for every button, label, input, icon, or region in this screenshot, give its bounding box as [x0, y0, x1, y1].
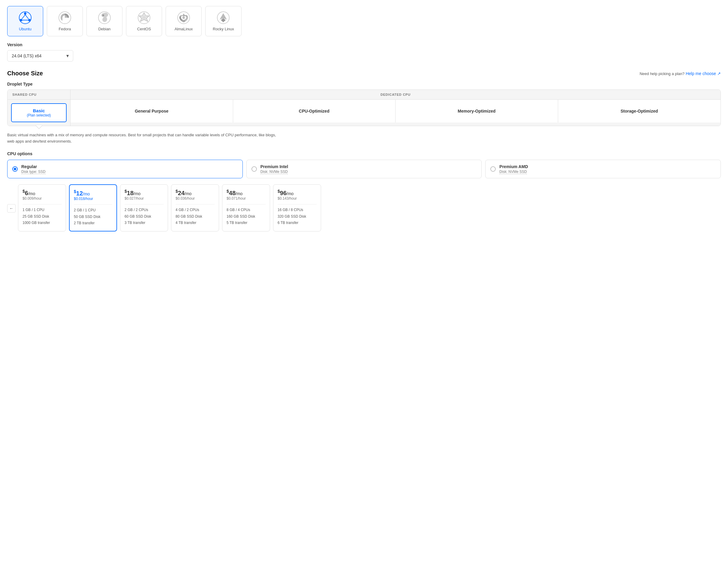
svg-point-1	[24, 12, 27, 15]
plan-description: Basic virtual machines with a mix of mem…	[7, 132, 277, 145]
cpu-options-grid: Regular Disk type: SSD Premium Intel Dis…	[7, 160, 721, 178]
price-24-main: $24/mo	[176, 189, 215, 197]
price-6-hour: $0.009/hour	[23, 196, 61, 201]
price-96-main: $96/mo	[277, 189, 316, 197]
os-fedora[interactable]: Fedora	[47, 6, 83, 36]
price-6-main: $6/mo	[23, 189, 61, 197]
dedicated-cpu-header: DEDICATED CPU	[71, 90, 721, 100]
price-48-hour: $0.071/hour	[226, 196, 266, 201]
pricing-card-24[interactable]: $24/mo $0.036/hour 4 GB / 2 CPUs 80 GB S…	[171, 184, 219, 232]
price-24-ram: 4 GB / 2 CPUs	[176, 207, 215, 213]
help-section: Need help picking a plan? Help me choose…	[639, 71, 721, 76]
svg-point-14	[182, 16, 185, 19]
plan-arrow-triangle	[35, 125, 43, 129]
help-me-choose-link[interactable]: Help me choose ↗	[686, 71, 721, 76]
choose-size-header: Choose Size Need help picking a plan? He…	[7, 70, 721, 77]
centos-label: CentOS	[137, 27, 151, 31]
cpu-regular-name: Regular	[21, 164, 46, 169]
price-48-ram: 8 GB / 4 CPUs	[226, 207, 266, 213]
price-12-main: $12/mo	[74, 189, 112, 197]
cpu-option-regular[interactable]: Regular Disk type: SSD	[7, 160, 243, 178]
price-24-hour: $0.036/hour	[176, 196, 215, 201]
price-96-transfer: 6 TB transfer	[277, 220, 316, 227]
svg-line-5	[25, 15, 29, 19]
svg-point-2	[20, 19, 22, 21]
cpu-option-premium-intel[interactable]: Premium Intel Disk: NVMe SSD	[246, 160, 482, 178]
cpu-optimized-button[interactable]: CPU-Optimized	[233, 100, 396, 122]
fedora-label: Fedora	[58, 27, 71, 31]
debian-icon	[98, 11, 111, 24]
centos-icon	[137, 11, 151, 24]
cpu-option-premium-intel-info: Premium Intel Disk: NVMe SSD	[260, 164, 288, 174]
price-48-transfer: 5 TB transfer	[226, 220, 266, 227]
shared-cpu-section: SHARED CPU Basic (Plan selected)	[7, 90, 71, 126]
os-ubuntu[interactable]: Ubuntu	[7, 6, 43, 36]
memory-optimized-button[interactable]: Memory-Optimized	[395, 100, 558, 122]
price-6-transfer: 1000 GB transfer	[23, 220, 61, 227]
radio-premium-intel	[252, 166, 257, 172]
os-selection: Ubuntu Fedora Debian	[7, 6, 721, 36]
os-centos[interactable]: CentOS	[126, 6, 162, 36]
price-6-disk: 25 GB SSD Disk	[23, 213, 61, 220]
dedicated-cpu-section: DEDICATED CPU General Purpose CPU-Optimi…	[71, 90, 721, 126]
almalinux-label: AlmaLinux	[175, 27, 193, 31]
price-24-transfer: 4 TB transfer	[176, 220, 215, 227]
price-6-ram: 1 GB / 1 CPU	[23, 207, 61, 213]
ubuntu-label: Ubuntu	[19, 27, 32, 31]
rockylinux-icon	[217, 11, 230, 24]
general-purpose-button[interactable]: General Purpose	[71, 100, 233, 122]
os-almalinux[interactable]: AlmaLinux	[166, 6, 202, 36]
cpu-option-regular-info: Regular Disk type: SSD	[21, 164, 46, 174]
rockylinux-label: Rocky Linux	[213, 27, 234, 31]
price-18-ram: 2 GB / 2 CPUs	[125, 207, 164, 213]
radio-regular	[12, 166, 18, 172]
price-18-transfer: 3 TB transfer	[125, 220, 164, 227]
pricing-card-96[interactable]: $96/mo $0.143/hour 16 GB / 8 CPUs 320 GB…	[273, 184, 321, 232]
plan-arrow	[7, 125, 721, 129]
price-24-disk: 80 GB SSD Disk	[176, 213, 215, 220]
radio-premium-amd	[490, 166, 496, 172]
cpu-premium-amd-disk: Disk: NVMe SSD	[499, 170, 527, 174]
basic-plan-sub: (Plan selected)	[27, 113, 51, 117]
choose-size-title: Choose Size	[7, 70, 43, 77]
chevron-left-icon: ←	[9, 206, 13, 211]
pricing-card-18[interactable]: $18/mo $0.027/hour 2 GB / 2 CPUs 60 GB S…	[120, 184, 168, 232]
price-12-disk: 50 GB SSD Disk	[74, 214, 112, 220]
version-select-wrapper: 24.04 (LTS) x64 22.04 (LTS) x64 20.04 (L…	[7, 50, 73, 62]
price-12-transfer: 2 TB transfer	[74, 220, 112, 227]
pricing-card-48[interactable]: $48/mo $0.071/hour 8 GB / 4 CPUs 160 GB …	[222, 184, 270, 232]
droplet-type-label: Droplet Type	[7, 82, 721, 86]
price-12-hour: $0.018/hour	[74, 197, 112, 201]
os-rockylinux[interactable]: Rocky Linux	[205, 6, 242, 36]
pricing-card-12[interactable]: $12/mo $0.018/hour 2 GB / 1 CPU 50 GB SS…	[69, 184, 117, 232]
dedicated-plans: General Purpose CPU-Optimized Memory-Opt…	[71, 100, 721, 122]
cpu-option-premium-amd[interactable]: Premium AMD Disk: NVMe SSD	[485, 160, 721, 178]
pricing-card-6[interactable]: $6/mo $0.009/hour 1 GB / 1 CPU 25 GB SSD…	[18, 184, 66, 232]
basic-plan-name: Basic	[33, 108, 45, 113]
version-label: Version	[7, 42, 721, 47]
price-48-disk: 160 GB SSD Disk	[226, 213, 266, 220]
shared-cpu-header: SHARED CPU	[7, 90, 70, 100]
pricing-row: ← $6/mo $0.009/hour 1 GB / 1 CPU 25 GB S…	[7, 184, 721, 233]
price-48-main: $48/mo	[226, 189, 266, 197]
almalinux-icon	[177, 11, 190, 24]
cpu-options-label: CPU options	[7, 151, 721, 156]
cpu-premium-intel-name: Premium Intel	[260, 164, 288, 169]
ubuntu-icon	[18, 11, 32, 24]
price-96-disk: 320 GB SSD Disk	[277, 213, 316, 220]
price-96-hour: $0.143/hour	[277, 196, 316, 201]
version-select[interactable]: 24.04 (LTS) x64 22.04 (LTS) x64 20.04 (L…	[7, 50, 73, 62]
cpu-premium-amd-name: Premium AMD	[499, 164, 528, 169]
cpu-option-premium-amd-info: Premium AMD Disk: NVMe SSD	[499, 164, 528, 174]
storage-optimized-button[interactable]: Storage-Optimized	[558, 100, 721, 122]
basic-plan-button[interactable]: Basic (Plan selected)	[11, 103, 67, 122]
os-debian[interactable]: Debian	[86, 6, 122, 36]
scroll-left-button[interactable]: ←	[7, 204, 15, 212]
help-text: Need help picking a plan?	[639, 72, 684, 76]
price-18-main: $18/mo	[125, 189, 164, 197]
svg-point-9	[102, 14, 104, 16]
cpu-regular-disk: Disk type: SSD	[21, 170, 46, 174]
droplet-type-grid: SHARED CPU Basic (Plan selected) DEDICAT…	[7, 89, 721, 126]
svg-point-3	[28, 19, 31, 21]
svg-line-4	[22, 15, 25, 19]
